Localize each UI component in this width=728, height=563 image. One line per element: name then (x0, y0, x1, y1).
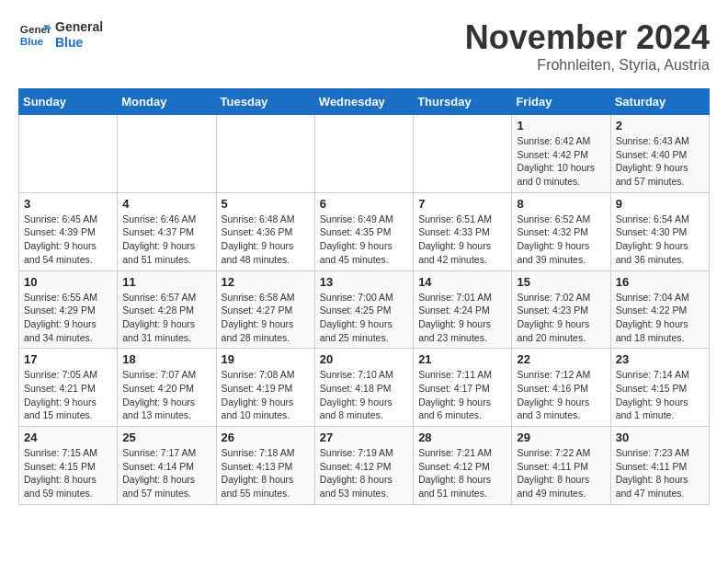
calendar-cell (414, 115, 512, 193)
day-number: 13 (320, 275, 408, 289)
day-number: 8 (517, 197, 605, 211)
calendar-week-row: 17Sunrise: 7:05 AMSunset: 4:21 PMDayligh… (19, 349, 710, 427)
day-info: Sunrise: 6:46 AMSunset: 4:37 PMDaylight:… (122, 213, 210, 267)
day-info: Sunrise: 7:17 AMSunset: 4:14 PMDaylight:… (122, 446, 210, 500)
day-number: 30 (616, 431, 704, 444)
day-number: 25 (122, 431, 210, 444)
calendar-cell: 8Sunrise: 6:52 AMSunset: 4:32 PMDaylight… (512, 192, 610, 270)
day-number: 18 (122, 352, 210, 366)
day-number: 26 (222, 431, 310, 444)
calendar-week-row: 1Sunrise: 6:42 AMSunset: 4:42 PMDaylight… (19, 115, 710, 193)
calendar-cell: 1Sunrise: 6:42 AMSunset: 4:42 PMDaylight… (512, 115, 610, 193)
calendar-cell: 9Sunrise: 6:54 AMSunset: 4:30 PMDaylight… (610, 192, 709, 270)
day-number: 12 (222, 275, 310, 289)
col-header-saturday: Saturday (610, 89, 709, 115)
calendar-cell: 3Sunrise: 6:45 AMSunset: 4:39 PMDaylight… (19, 192, 118, 270)
day-info: Sunrise: 7:14 AMSunset: 4:15 PMDaylight:… (616, 368, 704, 422)
calendar-cell: 22Sunrise: 7:12 AMSunset: 4:16 PMDayligh… (512, 349, 610, 427)
calendar-cell: 21Sunrise: 7:11 AMSunset: 4:17 PMDayligh… (414, 349, 512, 427)
month-title: November 2024 (465, 18, 710, 57)
logo-icon: General Blue (18, 18, 51, 52)
calendar-cell: 19Sunrise: 7:08 AMSunset: 4:19 PMDayligh… (216, 349, 314, 427)
col-header-sunday: Sunday (19, 89, 118, 115)
col-header-thursday: Thursday (414, 89, 512, 115)
day-info: Sunrise: 7:02 AMSunset: 4:23 PMDaylight:… (517, 291, 605, 345)
col-header-wednesday: Wednesday (314, 89, 413, 115)
day-info: Sunrise: 6:48 AMSunset: 4:36 PMDaylight:… (222, 213, 310, 267)
calendar-cell: 10Sunrise: 6:55 AMSunset: 4:29 PMDayligh… (19, 270, 118, 349)
calendar-cell: 18Sunrise: 7:07 AMSunset: 4:20 PMDayligh… (118, 349, 216, 427)
day-number: 17 (24, 352, 112, 366)
calendar-cell: 25Sunrise: 7:17 AMSunset: 4:14 PMDayligh… (118, 427, 216, 505)
day-number: 10 (24, 275, 112, 289)
day-info: Sunrise: 7:12 AMSunset: 4:16 PMDaylight:… (517, 368, 605, 422)
calendar-week-row: 3Sunrise: 6:45 AMSunset: 4:39 PMDaylight… (19, 192, 710, 270)
calendar-cell: 17Sunrise: 7:05 AMSunset: 4:21 PMDayligh… (19, 349, 118, 427)
logo-line2: Blue (55, 35, 103, 51)
calendar-cell: 23Sunrise: 7:14 AMSunset: 4:15 PMDayligh… (610, 349, 709, 427)
day-info: Sunrise: 7:22 AMSunset: 4:11 PMDaylight:… (517, 446, 605, 500)
day-number: 16 (616, 275, 704, 289)
calendar-cell: 29Sunrise: 7:22 AMSunset: 4:11 PMDayligh… (512, 427, 610, 505)
calendar-cell (314, 115, 413, 193)
calendar-cell: 28Sunrise: 7:21 AMSunset: 4:12 PMDayligh… (414, 427, 512, 505)
day-info: Sunrise: 6:42 AMSunset: 4:42 PMDaylight:… (517, 134, 605, 189)
day-info: Sunrise: 7:10 AMSunset: 4:18 PMDaylight:… (320, 368, 408, 422)
day-number: 7 (418, 197, 506, 211)
logo-line1: General (55, 19, 103, 35)
svg-text:General: General (20, 23, 51, 35)
day-info: Sunrise: 6:43 AMSunset: 4:40 PMDaylight:… (616, 134, 704, 189)
calendar-cell: 4Sunrise: 6:46 AMSunset: 4:37 PMDaylight… (118, 192, 216, 270)
calendar-table: SundayMondayTuesdayWednesdayThursdayFrid… (18, 88, 710, 505)
col-header-monday: Monday (118, 89, 216, 115)
calendar-week-row: 10Sunrise: 6:55 AMSunset: 4:29 PMDayligh… (19, 270, 710, 349)
day-number: 15 (517, 275, 605, 289)
day-number: 22 (517, 352, 605, 366)
calendar-cell (216, 115, 314, 193)
day-info: Sunrise: 6:57 AMSunset: 4:28 PMDaylight:… (122, 291, 210, 345)
calendar-cell: 5Sunrise: 6:48 AMSunset: 4:36 PMDaylight… (216, 192, 314, 270)
day-info: Sunrise: 7:01 AMSunset: 4:24 PMDaylight:… (418, 291, 506, 345)
calendar-week-row: 24Sunrise: 7:15 AMSunset: 4:15 PMDayligh… (19, 427, 710, 505)
day-info: Sunrise: 7:04 AMSunset: 4:22 PMDaylight:… (616, 291, 704, 345)
calendar-cell: 20Sunrise: 7:10 AMSunset: 4:18 PMDayligh… (314, 349, 413, 427)
day-info: Sunrise: 7:08 AMSunset: 4:19 PMDaylight:… (222, 368, 310, 422)
day-number: 20 (320, 352, 408, 366)
day-number: 14 (418, 275, 506, 289)
calendar-cell: 6Sunrise: 6:49 AMSunset: 4:35 PMDaylight… (314, 192, 413, 270)
calendar-cell (19, 115, 118, 193)
calendar-cell: 14Sunrise: 7:01 AMSunset: 4:24 PMDayligh… (414, 270, 512, 349)
day-number: 19 (222, 352, 310, 366)
day-number: 1 (517, 119, 605, 132)
calendar-cell: 26Sunrise: 7:18 AMSunset: 4:13 PMDayligh… (216, 427, 314, 505)
calendar-cell: 7Sunrise: 6:51 AMSunset: 4:33 PMDaylight… (414, 192, 512, 270)
calendar-cell: 12Sunrise: 6:58 AMSunset: 4:27 PMDayligh… (216, 270, 314, 349)
day-number: 28 (418, 431, 506, 444)
calendar-cell: 15Sunrise: 7:02 AMSunset: 4:23 PMDayligh… (512, 270, 610, 349)
day-number: 27 (320, 431, 408, 444)
day-info: Sunrise: 6:45 AMSunset: 4:39 PMDaylight:… (24, 213, 112, 267)
day-info: Sunrise: 7:07 AMSunset: 4:20 PMDaylight:… (122, 368, 210, 422)
title-area: November 2024 Frohnleiten, Styria, Austr… (465, 18, 710, 74)
day-info: Sunrise: 7:21 AMSunset: 4:12 PMDaylight:… (418, 446, 506, 500)
calendar-header-row: SundayMondayTuesdayWednesdayThursdayFrid… (19, 89, 710, 115)
calendar-cell: 27Sunrise: 7:19 AMSunset: 4:12 PMDayligh… (314, 427, 413, 505)
col-header-friday: Friday (512, 89, 610, 115)
day-info: Sunrise: 7:05 AMSunset: 4:21 PMDaylight:… (24, 368, 112, 422)
day-info: Sunrise: 7:00 AMSunset: 4:25 PMDaylight:… (320, 291, 408, 345)
day-number: 24 (24, 431, 112, 444)
day-info: Sunrise: 7:23 AMSunset: 4:11 PMDaylight:… (616, 446, 704, 500)
day-info: Sunrise: 7:19 AMSunset: 4:12 PMDaylight:… (320, 446, 408, 500)
day-number: 11 (122, 275, 210, 289)
day-number: 29 (517, 431, 605, 444)
day-number: 6 (320, 197, 408, 211)
day-number: 9 (616, 197, 704, 211)
day-number: 3 (24, 197, 112, 211)
day-info: Sunrise: 6:55 AMSunset: 4:29 PMDaylight:… (24, 291, 112, 345)
logo: General Blue General Blue (18, 18, 103, 52)
day-number: 21 (418, 352, 506, 366)
calendar-cell: 11Sunrise: 6:57 AMSunset: 4:28 PMDayligh… (118, 270, 216, 349)
header: General Blue General Blue November 2024 … (18, 18, 710, 74)
day-info: Sunrise: 7:18 AMSunset: 4:13 PMDaylight:… (222, 446, 310, 500)
col-header-tuesday: Tuesday (216, 89, 314, 115)
